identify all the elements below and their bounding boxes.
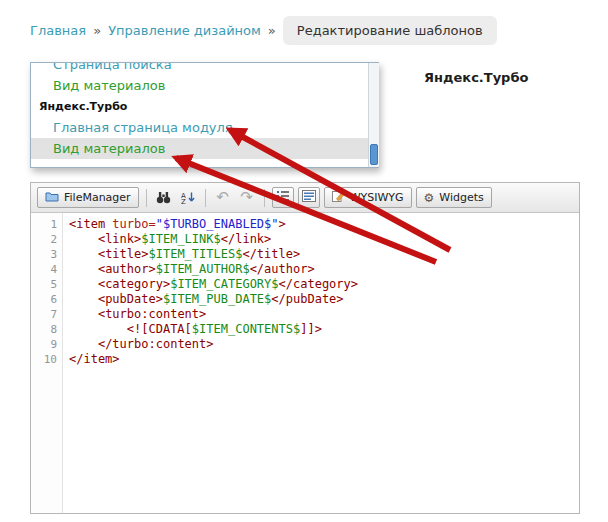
- line-number: 8: [31, 322, 63, 337]
- widgets-button[interactable]: ⚙ Widgets: [416, 187, 492, 208]
- folder-icon: [45, 191, 59, 205]
- template-editor: FileManager AZ ↶ ↷ WYSIWYG ⚙ Widgets 1<i…: [30, 182, 580, 514]
- code-line[interactable]: 7 <turbo:content>: [31, 307, 579, 322]
- dropdown-scrollbar[interactable]: [368, 63, 379, 167]
- code-text[interactable]: <link>$ITEM_LINK$</link>: [63, 232, 271, 247]
- breadcrumb-link-home[interactable]: Главная: [30, 23, 86, 38]
- template-option-label: Вид материалов: [53, 141, 165, 156]
- code-area[interactable]: 1<item turbo="$TURBO_ENABLED$">2 <link>$…: [31, 213, 579, 367]
- code-text[interactable]: <![CDATA[$ITEM_CONTENTS$]]>: [63, 322, 322, 337]
- page-edit-icon: [332, 190, 345, 205]
- line-number: 2: [31, 232, 63, 247]
- template-option[interactable]: Вид материалов: [31, 138, 378, 159]
- breadcrumb-separator: »: [93, 23, 101, 38]
- wysiwyg-button[interactable]: WYSIWYG: [324, 187, 412, 208]
- undo-icon[interactable]: ↶: [213, 187, 233, 208]
- dropdown-scrollbar-thumb[interactable]: [370, 144, 378, 165]
- code-text[interactable]: <title>$ITEM_TITLES$</title>: [63, 247, 300, 262]
- code-text[interactable]: </item>: [63, 352, 120, 367]
- code-line[interactable]: 10</item>: [31, 352, 579, 367]
- code-line[interactable]: 6 <pubDate>$ITEM_PUB_DATE$</pubDate>: [31, 292, 579, 307]
- line-number: 10: [31, 352, 63, 367]
- template-option-label: Главная страница модуля: [53, 120, 233, 135]
- breadcrumb-separator: »: [268, 23, 276, 38]
- line-number: 6: [31, 292, 63, 307]
- list-panel-icon: [302, 190, 316, 205]
- template-option[interactable]: Страница поиска: [31, 62, 378, 75]
- widgets-label: Widgets: [439, 191, 483, 204]
- code-text[interactable]: <author>$ITEM_AUTHOR$</author>: [63, 262, 315, 277]
- template-option-label: Вид материалов: [53, 78, 165, 93]
- code-line[interactable]: 1<item turbo="$TURBO_ENABLED$">: [31, 217, 579, 232]
- binoculars-search-icon[interactable]: [154, 187, 174, 208]
- svg-text:Z: Z: [181, 198, 186, 204]
- line-number: 3: [31, 247, 63, 262]
- code-line[interactable]: 9 </turbo:content>: [31, 337, 579, 352]
- breadcrumb-link-design-management[interactable]: Управление дизайном: [108, 23, 261, 38]
- code-text[interactable]: </turbo:content>: [63, 337, 214, 352]
- breadcrumb-current-page: Редактирование шаблонов: [283, 16, 497, 45]
- toolbar-separator: [146, 189, 147, 207]
- page: Главная » Управление дизайном » Редактир…: [0, 0, 608, 522]
- toolbar-separator: [205, 189, 206, 207]
- code-line[interactable]: 3 <title>$ITEM_TITLES$</title>: [31, 247, 579, 262]
- line-number: 9: [31, 337, 63, 352]
- template-option-label: Яндекс.Турбо: [39, 100, 127, 113]
- line-number: 1: [31, 217, 63, 232]
- code-text[interactable]: <pubDate>$ITEM_PUB_DATE$</pubDate>: [63, 292, 344, 307]
- code-line[interactable]: 4 <author>$ITEM_AUTHOR$</author>: [31, 262, 579, 277]
- section-label: Яндекс.Турбо: [424, 70, 528, 85]
- template-dropdown: Страница поиска Вид материалов Яндекс.Ту…: [30, 62, 379, 168]
- template-option[interactable]: Вид материалов: [31, 75, 378, 96]
- filemanager-label: FileManager: [64, 191, 131, 204]
- redo-icon[interactable]: ↷: [237, 187, 257, 208]
- filemanager-button[interactable]: FileManager: [37, 187, 139, 208]
- list-panel-button[interactable]: [298, 187, 320, 208]
- code-line[interactable]: 2 <link>$ITEM_LINK$</link>: [31, 232, 579, 247]
- numbered-list-icon: [276, 190, 290, 205]
- toolbar-separator: [264, 189, 265, 207]
- breadcrumb: Главная » Управление дизайном » Редактир…: [30, 15, 497, 45]
- code-text[interactable]: <category>$ITEM_CATEGORY$</category>: [63, 277, 358, 292]
- template-option[interactable]: Главная страница модуля: [31, 117, 378, 138]
- gear-icon: ⚙: [424, 192, 435, 204]
- code-text[interactable]: <item turbo="$TURBO_ENABLED$">: [63, 217, 286, 232]
- code-line[interactable]: 8 <![CDATA[$ITEM_CONTENTS$]]>: [31, 322, 579, 337]
- numbered-list-button[interactable]: [272, 187, 294, 208]
- line-number: 4: [31, 262, 63, 277]
- line-number: 5: [31, 277, 63, 292]
- code-text[interactable]: <turbo:content>: [63, 307, 206, 322]
- line-number: 7: [31, 307, 63, 322]
- template-option[interactable]: Яндекс.Турбо: [31, 96, 378, 117]
- wysiwyg-label: WYSIWYG: [350, 191, 404, 204]
- sort-az-icon[interactable]: AZ: [178, 187, 198, 208]
- code-line[interactable]: 5 <category>$ITEM_CATEGORY$</category>: [31, 277, 579, 292]
- template-option-label: Страница поиска: [53, 62, 172, 72]
- editor-toolbar: FileManager AZ ↶ ↷ WYSIWYG ⚙ Widgets: [31, 183, 579, 213]
